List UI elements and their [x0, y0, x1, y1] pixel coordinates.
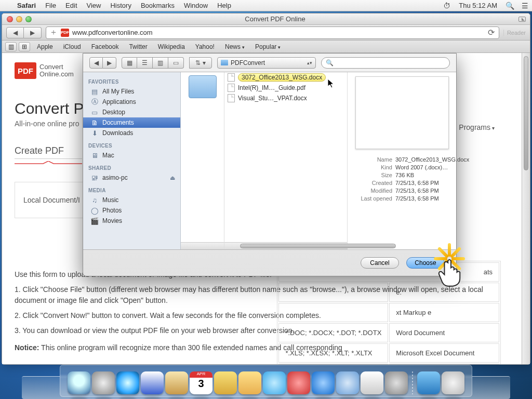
sidebar-mac[interactable]: 🖥Mac [83, 150, 180, 161]
dock-separator [412, 371, 413, 394]
reload-icon[interactable]: ⟳ [487, 28, 496, 37]
sidebar-all-my-files[interactable]: ▤All My Files [83, 86, 180, 97]
notification-center-icon[interactable]: ☰ [518, 2, 532, 10]
sidebar-heading-devices: Devices [83, 138, 180, 150]
sidebar-heading-shared: Shared [83, 161, 180, 172]
dock-reminders-icon[interactable] [238, 371, 261, 394]
bookmark-yahoo[interactable]: Yahoo! [191, 43, 219, 50]
sidebar-movies[interactable]: 🎬Movies [83, 216, 180, 226]
folder-dropdown[interactable]: PDFConvert ▴▾ [217, 57, 316, 69]
dock-contacts-icon[interactable] [165, 371, 188, 394]
address-bar[interactable]: ＋ PDF www.pdfconvertonline.com ⟳ [46, 26, 499, 39]
fullscreen-button[interactable] [518, 17, 526, 22]
file-row[interactable]: Intel(R)_IM…_Guide.pdf [224, 83, 347, 93]
sidebar-shared-pc[interactable]: 🖳asimo-pc⏏ [83, 172, 180, 183]
chevron-updown-icon: ▴▾ [307, 60, 312, 65]
column-1[interactable] [181, 72, 224, 249]
file-row-selected[interactable]: 3072_Office2013_WSG.docx [224, 72, 347, 83]
menu-edit[interactable]: Edit [61, 2, 82, 9]
add-bookmark-icon[interactable]: ＋ [49, 27, 58, 38]
dock-textedit-icon[interactable] [361, 371, 383, 394]
history-nav[interactable]: ◀▶ [89, 57, 116, 69]
menu-view[interactable]: View [82, 2, 106, 9]
bookmark-twitter[interactable]: Twitter [124, 43, 152, 50]
sidebar-music[interactable]: ♫Music [83, 195, 180, 205]
sidebar-downloads[interactable]: ⬇Downloads [83, 128, 180, 138]
page-scrollbar[interactable] [522, 53, 530, 364]
sidebar-desktop[interactable]: ▭Desktop [83, 107, 180, 117]
window-titlebar[interactable]: Convert PDF Online [2, 14, 530, 25]
back-button[interactable]: ◀ [6, 27, 24, 38]
dock-launchpad-icon[interactable] [92, 371, 115, 394]
file-name: Visual_Stu…_VPAT.docx [238, 95, 307, 102]
dock-finder-icon[interactable] [68, 371, 90, 394]
spotlight-icon[interactable]: 🔍 [502, 2, 518, 10]
folder-icon [221, 60, 228, 65]
sidebar-photos[interactable]: ◯Photos [83, 205, 180, 216]
logo-badge: PDF [15, 62, 36, 79]
scrollbar-thumb[interactable] [240, 244, 396, 248]
sidebar-heading-favorites: Favorites [83, 74, 180, 86]
file-name: 3072_Office2013_WSG.docx [238, 73, 326, 82]
menu-window[interactable]: Window [179, 2, 212, 9]
menu-file[interactable]: File [41, 2, 61, 9]
dock-trash-icon[interactable] [442, 371, 464, 394]
show-bookmarks-icon[interactable]: ▥ [5, 42, 17, 51]
documents-icon: 🗎 [90, 119, 99, 126]
file-row[interactable]: Visual_Stu…_VPAT.docx [224, 93, 347, 103]
music-icon: ♫ [90, 196, 99, 204]
forward-button[interactable]: ▶ [24, 27, 42, 38]
menu-help[interactable]: Help [212, 2, 236, 9]
scrollbar-thumb[interactable] [524, 56, 528, 170]
applications-icon: Ⓐ [90, 98, 99, 105]
minimize-window-button[interactable] [16, 16, 22, 22]
view-mode-switcher[interactable]: ▦☰▥▭ [122, 57, 184, 69]
sidebar-applications[interactable]: ⒶApplications [83, 97, 180, 107]
window-title: Convert PDF Online [32, 15, 518, 23]
dock-mail-icon[interactable] [141, 371, 164, 394]
reader-button[interactable]: Reader [503, 30, 526, 36]
menu-bookmarks[interactable]: Bookmarks [136, 2, 179, 9]
menubar-clock[interactable]: Thu 5:12 AM [454, 2, 502, 9]
dialog-search-input[interactable]: 🔍 [321, 57, 450, 69]
arrange-icon: ⇅ ▾ [189, 57, 212, 69]
file-list-scrollbar[interactable] [224, 242, 347, 249]
computer-icon: 🖥 [90, 152, 99, 159]
dock-photobooth-icon[interactable] [287, 371, 310, 394]
dock-appstore-icon[interactable] [336, 371, 359, 394]
icon-view-icon: ▦ [122, 57, 137, 69]
list-view-icon: ☰ [137, 57, 153, 69]
menu-history[interactable]: History [105, 2, 136, 9]
sidebar-documents[interactable]: 🗎Documents [83, 117, 180, 128]
dock-messages-icon[interactable] [263, 371, 286, 394]
search-icon: 🔍 [326, 59, 334, 66]
bookmarks-bar: ▥ ⊞ Apple iCloud Facebook Twitter Wikipe… [2, 41, 530, 53]
dock-documents-folder-icon[interactable] [417, 371, 440, 394]
dock-safari-icon[interactable] [116, 371, 139, 394]
bookmark-facebook[interactable]: Facebook [87, 43, 124, 50]
time-machine-icon[interactable]: ⏱ [440, 2, 454, 10]
dock-calendar-icon[interactable]: APR3 [190, 371, 212, 394]
app-menu[interactable]: Safari [12, 2, 41, 9]
bookmark-apple[interactable]: Apple [32, 43, 58, 50]
dock: APR3 [60, 365, 472, 397]
shared-pc-icon: 🖳 [90, 174, 99, 181]
cancel-button[interactable]: Cancel [361, 257, 399, 269]
dock-preferences-icon[interactable] [385, 371, 408, 394]
choose-button[interactable]: Choose [406, 257, 445, 269]
dock-itunes-icon[interactable] [312, 371, 335, 394]
zoom-window-button[interactable] [25, 16, 32, 22]
tab-create-pdf[interactable]: Create PDF [15, 145, 64, 156]
arrange-dropdown[interactable]: ⇅ ▾ [189, 57, 212, 69]
close-window-button[interactable] [7, 16, 13, 22]
folder-thumb-icon[interactable] [189, 75, 217, 98]
top-sites-icon[interactable]: ⊞ [19, 42, 30, 51]
bookmark-popular[interactable]: Popular [250, 43, 285, 50]
dock-notes-icon[interactable] [214, 371, 237, 394]
bookmark-news[interactable]: News [220, 43, 249, 50]
file-list-column: 3072_Office2013_WSG.docx Intel(R)_IM…_Gu… [224, 72, 347, 249]
column-scrollbar[interactable] [181, 242, 224, 249]
bookmark-wikipedia[interactable]: Wikipedia [153, 43, 190, 50]
bookmark-icloud[interactable]: iCloud [59, 43, 86, 50]
movies-icon: 🎬 [90, 217, 99, 224]
